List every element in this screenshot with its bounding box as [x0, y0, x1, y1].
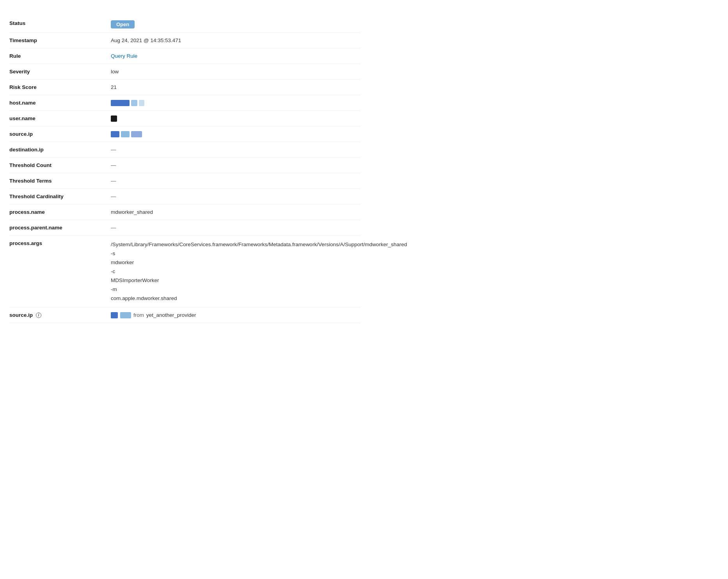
field-label-threshold_terms: Threshold Terms [9, 177, 111, 184]
field-row-timestamp: TimestampAug 24, 2021 @ 14:35:53.471 [9, 33, 360, 48]
field-label-rule: Rule [9, 52, 111, 59]
field-value-process_name: mdworker_shared [111, 208, 360, 215]
field-row-threshold_count: Threshold Count— [9, 158, 360, 173]
field-label-user_name: user.name [9, 115, 111, 121]
field-label-threshold_count: Threshold Count [9, 162, 111, 168]
field-label-host_name: host.name [9, 99, 111, 106]
redacted-bar [139, 100, 144, 106]
field-row-destination_ip: destination.ip— [9, 142, 360, 158]
field-row-host_name: host.name [9, 95, 360, 111]
field-row-user_name: user.name [9, 111, 360, 126]
field-row-severity: Severitylow [9, 64, 360, 80]
field-row-process_parent_name: process.parent.name— [9, 220, 360, 236]
dash-value: — [111, 162, 116, 168]
field-value-status: Open [111, 20, 360, 28]
field-label-process_name: process.name [9, 208, 111, 215]
redacted-bar [131, 131, 142, 137]
rule-link[interactable]: Query Rule [111, 53, 137, 59]
field-label-source_ip_bottom: source.ip i [9, 311, 111, 318]
field-label-process_parent_name: process.parent.name [9, 224, 111, 231]
field-value-severity: low [111, 68, 360, 75]
field-value-threshold_cardinality: — [111, 193, 360, 199]
field-value-risk_score: 21 [111, 83, 360, 90]
field-label-destination_ip: destination.ip [9, 146, 111, 153]
redacted-bar [111, 115, 117, 122]
field-row-source_ip_bottom: source.ip ifromyet_another_provider [9, 307, 360, 323]
provider-text: yet_another_provider [146, 312, 196, 318]
field-label-threshold_cardinality: Threshold Cardinality [9, 193, 111, 199]
redacted-bars-user_name [111, 115, 360, 122]
info-icon[interactable]: i [36, 313, 41, 318]
field-label-severity: Severity [9, 68, 111, 75]
redacted-bar [121, 131, 130, 137]
field-row-status: StatusOpen [9, 16, 360, 33]
status-badge: Open [111, 20, 135, 28]
dash-value: — [111, 194, 116, 199]
redacted-bar [131, 100, 137, 106]
field-row-process_name: process.namemdworker_shared [9, 204, 360, 220]
field-value-source_ip_bottom: fromyet_another_provider [111, 311, 360, 318]
field-label-process_args: process.args [9, 240, 111, 246]
field-row-risk_score: Risk Score21 [9, 80, 360, 95]
dash-value: — [111, 178, 116, 184]
from-text: from [133, 312, 144, 318]
field-value-rule: Query Rule [111, 52, 360, 59]
field-label-risk_score: Risk Score [9, 83, 111, 90]
redacted-bar [111, 131, 119, 137]
source-ip-special: fromyet_another_provider [111, 312, 360, 318]
field-row-process_args: process.args/System/Library/Frameworks/C… [9, 236, 360, 307]
field-row-source_ip: source.ip [9, 126, 360, 142]
field-value-destination_ip: — [111, 146, 360, 153]
field-value-threshold_count: — [111, 162, 360, 168]
field-label-status: Status [9, 20, 111, 26]
redacted-bar [111, 100, 130, 106]
redacted-bars-source_ip [111, 131, 360, 137]
field-row-threshold_terms: Threshold Terms— [9, 173, 360, 189]
field-value-process_parent_name: — [111, 224, 360, 231]
field-label-source_ip: source.ip [9, 130, 111, 137]
redacted-bar [111, 312, 118, 318]
field-value-process_args: /System/Library/Frameworks/CoreServices.… [111, 240, 407, 303]
field-value-source_ip [111, 130, 360, 137]
field-row-rule: RuleQuery Rule [9, 48, 360, 64]
field-value-threshold_terms: — [111, 177, 360, 184]
dash-value: — [111, 147, 116, 153]
dash-value: — [111, 225, 116, 231]
redacted-bars-host_name [111, 100, 360, 106]
field-value-user_name [111, 115, 360, 122]
field-value-host_name [111, 99, 360, 106]
field-row-threshold_cardinality: Threshold Cardinality— [9, 189, 360, 204]
field-label-timestamp: Timestamp [9, 37, 111, 43]
document-summary: StatusOpenTimestampAug 24, 2021 @ 14:35:… [9, 16, 360, 323]
field-value-timestamp: Aug 24, 2021 @ 14:35:53.471 [111, 37, 360, 43]
redacted-bar [120, 312, 131, 318]
